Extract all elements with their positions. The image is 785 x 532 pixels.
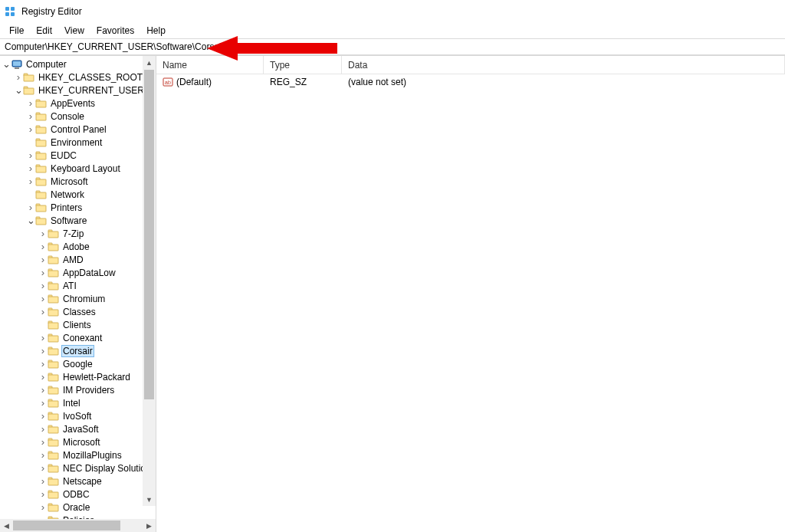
svg-rect-3 [11, 12, 15, 16]
scroll-down-icon[interactable]: ▼ [143, 493, 156, 506]
tree-item-printers[interactable]: ›Printers [0, 201, 156, 214]
chevron-right-icon[interactable]: › [26, 202, 35, 213]
scroll-right-icon[interactable]: ▶ [143, 519, 156, 532]
tree-item-7-zip[interactable]: ›7-Zip [0, 227, 156, 240]
tree-item-netscape[interactable]: ›Netscape [0, 475, 156, 488]
tree-item-odbc[interactable]: ›ODBC [0, 488, 156, 501]
chevron-right-icon[interactable]: › [38, 267, 48, 278]
chevron-right-icon[interactable]: › [38, 280, 48, 291]
chevron-right-icon[interactable]: › [38, 488, 48, 500]
tree-item-hewlett-packard[interactable]: ›Hewlett-Packard [0, 370, 156, 383]
tree-item-appevents[interactable]: ›AppEvents [0, 97, 156, 110]
chevron-right-icon[interactable]: › [38, 345, 48, 356]
tree-item-chromium[interactable]: ›Chromium [0, 292, 156, 305]
folder-icon [48, 241, 60, 253]
chevron-right-icon[interactable]: › [38, 384, 48, 396]
folder-icon [48, 384, 60, 396]
chevron-down-icon[interactable]: ⌄ [2, 61, 11, 67]
svg-rect-29 [36, 205, 46, 212]
tree-vertical-scrollbar[interactable]: ▲ ▼ [143, 56, 156, 506]
chevron-right-icon[interactable]: › [26, 163, 35, 174]
tree-item-nec-display-solutions[interactable]: ›NEC Display Solutions [0, 461, 156, 475]
tree-item-ivosoft[interactable]: ›IvoSoft [0, 409, 156, 422]
chevron-down-icon[interactable]: ⌄ [26, 218, 35, 224]
tree-item-conexant[interactable]: ›Conexant [0, 331, 156, 344]
tree-item-amd[interactable]: ›AMD [0, 253, 156, 266]
chevron-right-icon[interactable]: › [38, 332, 48, 343]
values-list[interactable]: ab(Default)REG_SZ(value not set) [156, 74, 785, 532]
column-data[interactable]: Data [342, 56, 785, 74]
tree-item-ati[interactable]: ›ATI [0, 279, 156, 292]
menu-help[interactable]: Help [140, 24, 172, 38]
tree-item-label: AppEvents [49, 98, 97, 109]
chevron-right-icon[interactable]: › [26, 97, 35, 109]
chevron-right-icon[interactable]: › [38, 423, 48, 435]
scroll-thumb[interactable] [144, 70, 154, 399]
tree-item-corsair[interactable]: ›Corsair [0, 344, 156, 357]
chevron-right-icon[interactable]: › [26, 110, 35, 122]
tree-item-clients[interactable]: Clients [0, 318, 156, 331]
chevron-right-icon[interactable]: › [38, 241, 48, 252]
scroll-thumb-h[interactable] [13, 521, 120, 530]
tree-item-im-providers[interactable]: ›IM Providers [0, 383, 156, 396]
chevron-right-icon[interactable]: › [38, 358, 48, 369]
chevron-right-icon[interactable]: › [38, 254, 48, 265]
chevron-right-icon[interactable]: › [38, 293, 48, 304]
chevron-right-icon[interactable]: › [38, 397, 48, 409]
tree-root-computer[interactable]: ⌄Computer [0, 57, 156, 71]
menu-favorites[interactable]: Favorites [90, 24, 140, 38]
chevron-right-icon[interactable]: › [38, 410, 48, 422]
tree-item-javasoft[interactable]: ›JavaSoft [0, 422, 156, 435]
chevron-right-icon[interactable]: › [38, 306, 48, 317]
tree-item-label: Google [61, 359, 94, 369]
folder-icon [48, 436, 60, 448]
registry-tree[interactable]: ⌄Computer›HKEY_CLASSES_ROOT⌄HKEY_CURRENT… [0, 56, 156, 519]
chevron-right-icon[interactable]: › [38, 228, 48, 239]
tree-item-eudc[interactable]: ›EUDC [0, 149, 156, 162]
tree-item-oracle[interactable]: ›Oracle [0, 501, 156, 514]
chevron-right-icon[interactable]: › [38, 462, 48, 474]
chevron-right-icon[interactable]: › [26, 176, 35, 187]
tree-item-label: Intel [61, 398, 82, 409]
chevron-down-icon[interactable]: ⌄ [14, 87, 23, 94]
tree-item-network[interactable]: Network [0, 188, 156, 201]
tree-item-mozillaplugins[interactable]: ›MozillaPlugins [0, 448, 156, 461]
content-area: ⌄Computer›HKEY_CLASSES_ROOT⌄HKEY_CURRENT… [0, 55, 785, 532]
folder-icon [35, 97, 48, 110]
chevron-right-icon[interactable]: › [38, 371, 48, 383]
tree-item-google[interactable]: ›Google [0, 357, 156, 370]
tree-item-software[interactable]: ⌄Software [0, 214, 156, 227]
scroll-up-icon[interactable]: ▲ [143, 56, 156, 69]
tree-item-intel[interactable]: ›Intel [0, 396, 156, 409]
chevron-right-icon[interactable]: › [26, 149, 35, 161]
tree-item-environment[interactable]: Environment [0, 136, 156, 149]
chevron-right-icon[interactable]: › [26, 123, 35, 135]
menu-edit[interactable]: Edit [30, 24, 58, 38]
column-type[interactable]: Type [264, 56, 342, 74]
scroll-left-icon[interactable]: ◀ [0, 519, 13, 532]
tree-item-label: AppDataLow [61, 268, 117, 278]
tree-item-microsoft[interactable]: ›Microsoft [0, 175, 156, 188]
tree-item-control-panel[interactable]: ›Control Panel [0, 123, 156, 136]
tree-hive-hkey-classes-root[interactable]: ›HKEY_CLASSES_ROOT [0, 71, 156, 84]
tree-item-adobe[interactable]: ›Adobe [0, 240, 156, 253]
column-name[interactable]: Name [156, 56, 264, 74]
tree-item-console[interactable]: ›Console [0, 110, 156, 123]
chevron-right-icon[interactable]: › [38, 501, 48, 513]
tree-item-label: Netscape [61, 476, 103, 487]
chevron-right-icon[interactable]: › [14, 71, 23, 83]
tree-item-policies[interactable]: ›Policies [0, 514, 156, 519]
menu-file[interactable]: File [3, 24, 30, 38]
tree-item-microsoft[interactable]: ›Microsoft [0, 435, 156, 448]
tree-hive-hkey-current-user[interactable]: ⌄HKEY_CURRENT_USER [0, 84, 156, 97]
chevron-right-icon[interactable]: › [38, 436, 48, 448]
value-row[interactable]: ab(Default)REG_SZ(value not set) [156, 74, 785, 90]
menu-view[interactable]: View [58, 24, 90, 38]
chevron-right-icon[interactable]: › [38, 475, 48, 487]
tree-item-classes[interactable]: ›Classes [0, 305, 156, 318]
address-input[interactable] [0, 39, 785, 54]
tree-item-keyboard-layout[interactable]: ›Keyboard Layout [0, 162, 156, 175]
tree-item-appdatalow[interactable]: ›AppDataLow [0, 266, 156, 279]
tree-horizontal-scrollbar[interactable]: ◀ ▶ [0, 519, 156, 532]
chevron-right-icon[interactable]: › [38, 449, 48, 461]
